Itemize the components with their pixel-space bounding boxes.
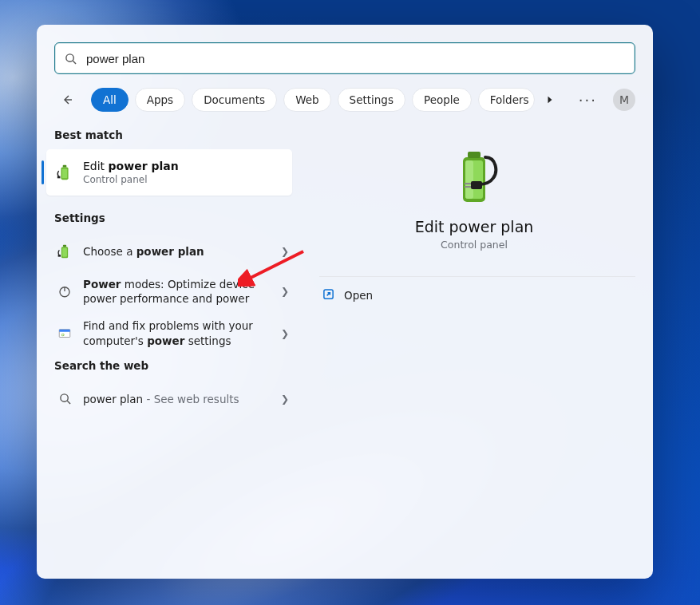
back-button[interactable] xyxy=(54,87,80,113)
filter-folders[interactable]: Folders xyxy=(478,88,535,112)
filter-row: All Apps Documents Web Settings People F… xyxy=(37,84,653,119)
chevron-right-icon: ❯ xyxy=(281,328,289,339)
more-options-button[interactable]: ··· xyxy=(572,92,603,109)
svg-rect-19 xyxy=(468,152,481,158)
filter-more-caret[interactable] xyxy=(541,88,559,112)
preview-subtitle: Control panel xyxy=(441,239,508,251)
svg-rect-4 xyxy=(63,165,67,168)
settings-result-troubleshoot-power[interactable]: Find and fix problems with your computer… xyxy=(37,312,302,354)
svg-rect-8 xyxy=(63,245,66,247)
chevron-right-icon: ❯ xyxy=(281,246,289,257)
settings-heading: Settings xyxy=(37,207,302,232)
user-avatar[interactable]: M xyxy=(613,89,635,111)
open-label: Open xyxy=(344,289,373,302)
svg-line-17 xyxy=(67,401,70,405)
svg-line-1 xyxy=(73,61,76,64)
svg-point-0 xyxy=(66,53,73,61)
svg-rect-24 xyxy=(465,186,471,188)
svg-rect-5 xyxy=(62,168,67,178)
search-icon xyxy=(56,390,73,408)
power-icon xyxy=(56,283,73,300)
svg-rect-23 xyxy=(465,183,471,184)
settings-result-power-modes[interactable]: Power modes: Optimize device power perfo… xyxy=(37,271,302,312)
open-action[interactable]: Open xyxy=(302,277,647,314)
filter-all[interactable]: All xyxy=(91,88,129,112)
results-column: Best match Edit power plan Control xyxy=(37,119,302,579)
preview-title: Edit power plan xyxy=(415,218,534,235)
svg-rect-6 xyxy=(57,176,61,179)
best-match-heading: Best match xyxy=(37,124,302,149)
filter-apps[interactable]: Apps xyxy=(135,88,185,112)
best-match-subtitle: Control panel xyxy=(83,174,179,185)
preview-pane: Edit power plan Control panel Open xyxy=(302,119,653,579)
open-icon xyxy=(322,288,334,302)
best-match-title: Edit power plan xyxy=(83,160,179,174)
filter-documents[interactable]: Documents xyxy=(192,88,277,112)
svg-rect-14 xyxy=(59,329,70,331)
battery-icon xyxy=(56,243,73,260)
svg-rect-10 xyxy=(58,255,61,257)
search-panel: All Apps Documents Web Settings People F… xyxy=(37,25,653,579)
svg-rect-9 xyxy=(62,248,67,257)
troubleshoot-icon xyxy=(56,325,73,342)
battery-icon xyxy=(56,164,73,181)
search-input[interactable] xyxy=(85,51,625,66)
settings-result-choose-power-plan[interactable]: Choose a power plan ❯ xyxy=(37,232,302,271)
chevron-right-icon: ❯ xyxy=(281,286,289,297)
filter-people[interactable]: People xyxy=(412,88,472,112)
filter-settings[interactable]: Settings xyxy=(338,88,405,112)
web-result[interactable]: power plan - See web results ❯ xyxy=(37,380,302,418)
search-web-heading: Search the web xyxy=(37,354,302,380)
svg-rect-21 xyxy=(465,160,473,199)
svg-rect-22 xyxy=(471,181,482,189)
battery-large-icon xyxy=(450,149,498,208)
filter-web[interactable]: Web xyxy=(283,88,330,112)
search-icon xyxy=(65,53,77,65)
svg-point-16 xyxy=(60,394,67,401)
chevron-right-icon: ❯ xyxy=(281,393,289,405)
best-match-result[interactable]: Edit power plan Control panel xyxy=(46,149,292,196)
search-bar[interactable] xyxy=(54,42,635,74)
